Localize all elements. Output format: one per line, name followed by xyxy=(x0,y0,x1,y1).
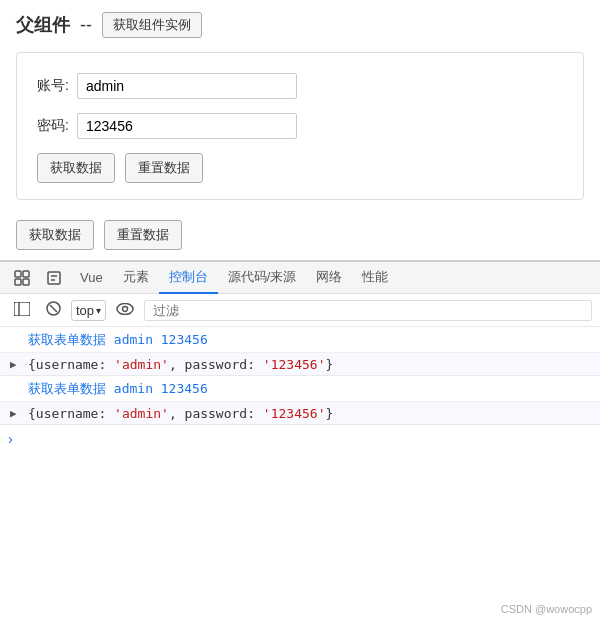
tab-console[interactable]: 控制台 xyxy=(159,262,218,294)
context-selector[interactable]: top ▾ xyxy=(71,300,106,321)
outer-button-row: 获取数据 重置数据 xyxy=(0,220,600,260)
clear-icon[interactable] xyxy=(40,298,67,322)
console-line-1: 获取表单数据 admin 123456 xyxy=(0,327,600,353)
devtools-panel: Vue 元素 控制台 源代码/来源 网络 性能 top ▾ 获取表单数据 adm… xyxy=(0,260,600,453)
account-input[interactable] xyxy=(77,73,297,99)
parent-label: 父组件 xyxy=(16,13,70,37)
context-label: top xyxy=(76,303,94,318)
svg-line-10 xyxy=(50,305,57,312)
devtools-toolbar: top ▾ xyxy=(0,294,600,327)
child-button-row: 获取数据 重置数据 xyxy=(37,153,563,183)
devtools-tabs: Vue 元素 控制台 源代码/来源 网络 性能 xyxy=(0,262,600,294)
devtools-icon-1[interactable] xyxy=(6,264,38,292)
sidebar-toggle-icon[interactable] xyxy=(8,299,36,322)
console-prompt[interactable]: › xyxy=(0,425,600,453)
svg-rect-4 xyxy=(48,272,60,284)
account-label: 账号: xyxy=(37,77,69,95)
tab-performance[interactable]: 性能 xyxy=(352,262,398,294)
svg-rect-3 xyxy=(23,279,29,285)
console-line-3: 获取表单数据 admin 123456 xyxy=(0,376,600,402)
tab-network[interactable]: 网络 xyxy=(306,262,352,294)
svg-rect-2 xyxy=(15,279,21,285)
console-text-3: 获取表单数据 admin 123456 xyxy=(28,381,208,396)
child-get-data-button[interactable]: 获取数据 xyxy=(37,153,115,183)
child-reset-data-button[interactable]: 重置数据 xyxy=(125,153,203,183)
console-line-4: ▶ {username: 'admin', password: '123456'… xyxy=(0,402,600,425)
expand-arrow-2[interactable]: ▶ xyxy=(10,407,17,420)
watermark: CSDN @wowocpp xyxy=(501,603,592,615)
get-instance-button[interactable]: 获取组件实例 xyxy=(102,12,202,38)
svg-rect-0 xyxy=(15,271,21,277)
svg-point-11 xyxy=(117,304,133,315)
prompt-arrow-icon: › xyxy=(8,431,13,447)
dash: -- xyxy=(80,15,92,36)
svg-rect-7 xyxy=(14,302,30,316)
parent-title: 父组件 -- 获取组件实例 xyxy=(16,12,584,38)
console-output: 获取表单数据 admin 123456 ▶ {username: 'admin'… xyxy=(0,327,600,425)
outer-reset-data-button[interactable]: 重置数据 xyxy=(104,220,182,250)
password-label: 密码: xyxy=(37,117,69,135)
tab-vue[interactable]: Vue xyxy=(70,264,113,293)
password-row: 密码: xyxy=(37,113,563,139)
tab-elements[interactable]: 元素 xyxy=(113,262,159,294)
eye-icon[interactable] xyxy=(110,299,140,321)
svg-point-12 xyxy=(123,307,128,312)
devtools-icon-2[interactable] xyxy=(38,264,70,292)
expand-arrow-1[interactable]: ▶ xyxy=(10,358,17,371)
tab-sources[interactable]: 源代码/来源 xyxy=(218,262,307,294)
svg-rect-1 xyxy=(23,271,29,277)
outer-get-data-button[interactable]: 获取数据 xyxy=(16,220,94,250)
filter-input[interactable] xyxy=(144,300,592,321)
password-input[interactable] xyxy=(77,113,297,139)
console-text-1: 获取表单数据 admin 123456 xyxy=(28,332,208,347)
top-section: 父组件 -- 获取组件实例 账号: 密码: 获取数据 重置数据 xyxy=(0,0,600,220)
account-row: 账号: xyxy=(37,73,563,99)
dropdown-arrow-icon: ▾ xyxy=(96,305,101,316)
console-line-2: ▶ {username: 'admin', password: '123456'… xyxy=(0,353,600,376)
child-component-box: 账号: 密码: 获取数据 重置数据 xyxy=(16,52,584,200)
